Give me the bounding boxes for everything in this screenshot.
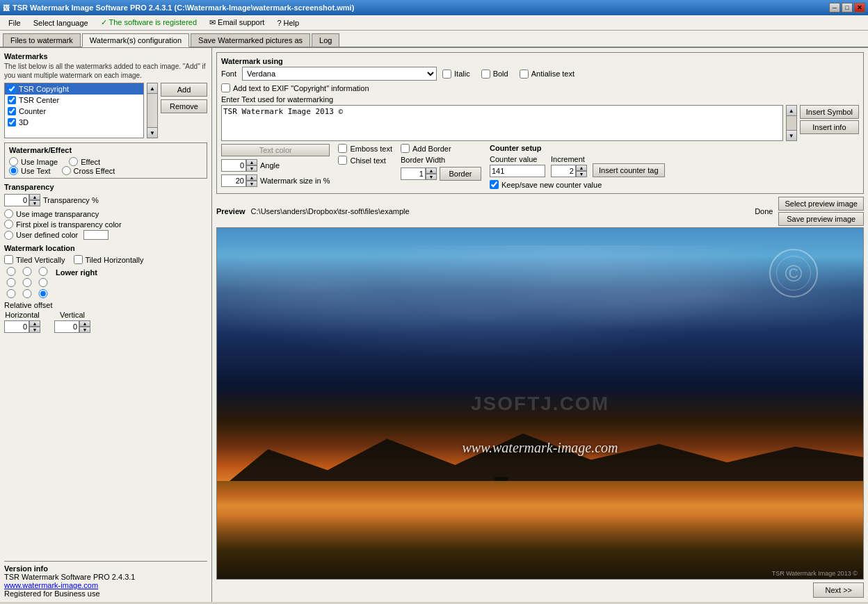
user-defined-color-option[interactable]: User defined color [4, 230, 207, 240]
menu-file[interactable]: File [3, 17, 26, 28]
tab-watermarks-config[interactable]: Watermark(s) configuration [82, 33, 189, 47]
watermark-checkbox-tsr-center[interactable] [8, 96, 16, 104]
watermark-item-3d[interactable]: 3D [5, 117, 143, 128]
menu-select-language[interactable]: Select language [28, 17, 94, 28]
transparency-spin-down[interactable]: ▼ [29, 200, 40, 206]
italic-checkbox[interactable] [442, 70, 451, 79]
v-offset-input[interactable] [54, 320, 79, 333]
chisel-text-option[interactable]: Chisel text [338, 156, 392, 165]
close-button[interactable]: ✕ [854, 3, 865, 13]
maximize-button[interactable]: □ [842, 3, 853, 13]
border-width-down[interactable]: ▼ [426, 174, 437, 180]
use-text-radio[interactable] [9, 166, 18, 175]
border-width-input[interactable] [401, 168, 426, 180]
loc-top-center[interactable] [20, 267, 34, 276]
effect-radio[interactable] [69, 157, 78, 166]
tab-files-to-watermark[interactable]: Files to watermark [3, 33, 81, 47]
loc-top-left[interactable] [4, 267, 18, 276]
use-image-transparency-option[interactable]: Use image transparancy [4, 209, 207, 218]
textarea-scroll-up[interactable]: ▲ [786, 105, 797, 116]
bold-checkbox[interactable] [481, 70, 490, 79]
transparency-input[interactable] [4, 194, 29, 206]
increment-input[interactable] [551, 165, 576, 177]
select-preview-image-button[interactable]: Select preview image [778, 197, 864, 211]
first-pixel-radio[interactable] [4, 220, 13, 229]
website-link[interactable]: www.watermark-image.com [4, 581, 98, 589]
watermark-checkbox-tsr-copyright[interactable] [8, 85, 16, 93]
size-input[interactable] [221, 174, 246, 187]
use-text-option[interactable]: Use Text [9, 166, 51, 175]
watermark-checkbox-3d[interactable] [8, 118, 16, 126]
loc-bot-right[interactable] [36, 289, 50, 298]
insert-symbol-button[interactable]: Insert Symbol [800, 105, 859, 119]
effect-option[interactable]: Effect [69, 157, 100, 166]
loc-bot-left[interactable] [4, 289, 18, 298]
increment-up[interactable]: ▲ [576, 165, 587, 171]
remove-button[interactable]: Remove [161, 99, 207, 113]
textarea-scroll-down[interactable]: ▼ [786, 130, 797, 141]
angle-input[interactable] [221, 159, 246, 172]
keep-counter-option[interactable]: Keep/save new counter value [490, 180, 859, 189]
add-to-exif-checkbox[interactable] [221, 83, 230, 92]
insert-info-button[interactable]: Insert info [800, 120, 859, 134]
angle-down[interactable]: ▼ [246, 165, 257, 172]
italic-option[interactable]: Italic [442, 70, 470, 79]
loc-mid-left[interactable] [4, 278, 18, 287]
cross-effect-option[interactable]: Cross Effect [62, 166, 115, 175]
tiled-vertically-option[interactable]: Tiled Vertically [4, 255, 65, 264]
add-to-exif-option[interactable]: Add text to EXIF "Copyright" information [221, 83, 859, 92]
scroll-up-arrow[interactable]: ▲ [147, 83, 158, 94]
h-offset-down[interactable]: ▼ [29, 327, 40, 333]
watermark-item-counter[interactable]: Counter [5, 106, 143, 117]
tiled-horizontally-option[interactable]: Tiled Horizontally [74, 255, 144, 264]
watermark-checkbox-counter[interactable] [8, 107, 16, 115]
angle-up[interactable]: ▲ [246, 159, 257, 165]
loc-top-right[interactable] [36, 267, 50, 276]
counter-value-input[interactable] [490, 165, 545, 177]
antialise-option[interactable]: Antialise text [520, 70, 574, 79]
chisel-text-checkbox[interactable] [338, 156, 347, 165]
add-border-checkbox[interactable] [401, 144, 410, 153]
tiled-horizontally-checkbox[interactable] [74, 255, 83, 264]
loc-bot-center[interactable] [20, 289, 34, 298]
user-defined-color-radio[interactable] [4, 231, 13, 240]
border-button[interactable]: Border [440, 167, 481, 181]
save-preview-image-button[interactable]: Save preview image [778, 212, 864, 226]
menu-email-support[interactable]: ✉ Email support [204, 17, 270, 28]
tab-log[interactable]: Log [312, 33, 339, 47]
watermark-list[interactable]: TSR Copyright TSR Center Counter 3D [4, 83, 144, 138]
loc-mid-right[interactable] [36, 278, 50, 287]
use-image-radio[interactable] [9, 157, 18, 166]
border-width-up[interactable]: ▲ [426, 168, 437, 174]
v-offset-down[interactable]: ▼ [79, 327, 90, 333]
color-swatch[interactable] [83, 230, 108, 240]
size-down[interactable]: ▼ [246, 181, 257, 187]
watermark-item-tsr-copyright[interactable]: TSR Copyright [5, 83, 143, 95]
bold-option[interactable]: Bold [481, 70, 508, 79]
transparency-spin-up[interactable]: ▲ [29, 194, 40, 200]
increment-down[interactable]: ▼ [576, 171, 587, 177]
use-image-option[interactable]: Use Image [9, 157, 58, 166]
add-border-option[interactable]: Add Border [401, 144, 481, 153]
antialise-checkbox[interactable] [520, 70, 529, 79]
use-image-transparency-radio[interactable] [4, 209, 13, 218]
emboss-text-checkbox[interactable] [338, 144, 347, 153]
watermark-textarea[interactable]: TSR Watermark Image 2013 © [221, 105, 783, 141]
minimize-button[interactable]: ─ [829, 3, 840, 13]
scroll-down-arrow[interactable]: ▼ [147, 127, 158, 138]
tab-save-watermarked[interactable]: Save Watermarked pictures as [191, 33, 310, 47]
font-select[interactable]: Verdana [242, 67, 437, 81]
add-button[interactable]: Add [161, 83, 207, 97]
tiled-vertically-checkbox[interactable] [4, 255, 13, 264]
insert-counter-tag-button[interactable]: Insert counter tag [593, 163, 665, 177]
menu-help[interactable]: ? Help [271, 17, 305, 28]
h-offset-up[interactable]: ▲ [29, 320, 40, 327]
loc-mid-center[interactable] [20, 278, 34, 287]
cross-effect-radio[interactable] [62, 166, 71, 175]
text-color-button[interactable]: Text color [221, 144, 330, 156]
size-up[interactable]: ▲ [246, 174, 257, 181]
h-offset-input[interactable] [4, 320, 29, 333]
next-button[interactable]: Next >> [813, 582, 864, 598]
keep-counter-checkbox[interactable] [490, 180, 499, 189]
emboss-text-option[interactable]: Emboss text [338, 144, 392, 153]
